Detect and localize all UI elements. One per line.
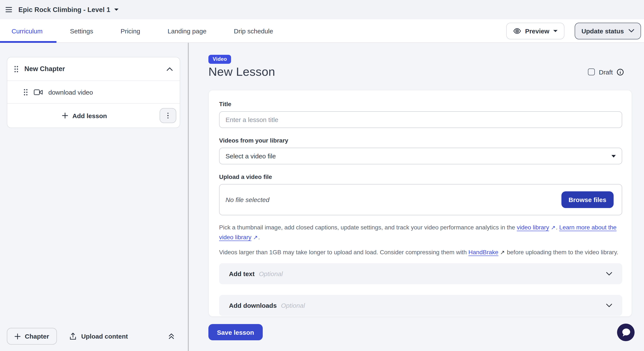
optional-label: Optional <box>259 270 283 278</box>
caret-down-icon <box>612 155 616 157</box>
chapter-menu-button[interactable] <box>160 108 176 123</box>
page-title: New Lesson <box>208 65 275 79</box>
add-lesson-row: Add lesson <box>7 104 180 128</box>
preview-button[interactable]: Preview <box>506 22 564 39</box>
video-camera-icon <box>34 89 43 95</box>
upload-field-label: Upload a video file <box>219 173 622 181</box>
plus-icon <box>62 112 68 118</box>
add-chapter-label: Chapter <box>25 332 49 340</box>
upload-content-button[interactable]: Upload content <box>69 332 128 340</box>
chapter-header[interactable]: New Chapter <box>7 57 180 80</box>
tab-landing-page[interactable]: Landing page <box>154 19 220 42</box>
chat-widget-button[interactable] <box>617 324 634 341</box>
handbrake-link[interactable]: HandBrake <box>468 249 498 256</box>
sidebar-footer: Chapter Upload content <box>0 322 188 351</box>
compression-help-text: Videos larger than 1GB may take longer t… <box>219 248 622 257</box>
video-library-select[interactable]: Select a video file <box>219 148 622 164</box>
caret-down-icon <box>114 8 118 11</box>
tab-curriculum[interactable]: Curriculum <box>0 19 56 42</box>
eye-icon <box>513 27 521 35</box>
lesson-title-input[interactable] <box>219 111 622 128</box>
chevron-down-icon <box>606 304 612 307</box>
video-library-select-value: Select a video file <box>226 152 276 160</box>
add-downloads-section[interactable]: Add downloads Optional <box>219 295 622 316</box>
info-icon[interactable] <box>616 68 624 76</box>
file-upload-dropzone[interactable]: No file selected Browse files <box>219 184 622 215</box>
chevron-down-icon <box>606 272 612 276</box>
browse-files-button[interactable]: Browse files <box>561 191 614 208</box>
upload-icon <box>69 332 76 340</box>
add-chapter-button[interactable]: Chapter <box>7 328 57 344</box>
tabbar: Curriculum Settings Pricing Landing page… <box>0 19 644 43</box>
optional-label: Optional <box>281 302 305 309</box>
tab-pricing[interactable]: Pricing <box>107 19 154 42</box>
video-library-link[interactable]: video library <box>517 224 549 231</box>
lesson-title-row: New Lesson Draft <box>208 65 632 79</box>
tab-settings[interactable]: Settings <box>56 19 107 42</box>
title-field-label: Title <box>219 100 622 108</box>
hamburger-menu-icon[interactable] <box>6 7 12 12</box>
lesson-editor: Video New Lesson Draft Title <box>189 43 644 351</box>
tab-drip-schedule[interactable]: Drip schedule <box>220 19 287 42</box>
lesson-form-card: Title Videos from your library Select a … <box>208 90 632 317</box>
collapse-all-button[interactable] <box>168 332 175 340</box>
draft-label: Draft <box>599 68 613 76</box>
draft-toggle-row: Draft <box>588 68 624 76</box>
chapter-title: New Chapter <box>24 65 65 73</box>
topbar: Epic Rock Climbing - Level 1 <box>0 0 644 19</box>
content-area: New Chapter dow <box>0 43 644 351</box>
drag-handle-icon[interactable] <box>24 88 28 96</box>
caret-down-icon <box>553 30 558 32</box>
lesson-row[interactable]: download video <box>7 81 180 103</box>
external-link-icon: ↗ <box>253 233 258 242</box>
course-title: Epic Rock Climbing - Level 1 <box>18 6 110 14</box>
external-link-icon: ↗ <box>551 223 556 232</box>
lesson-title: download video <box>48 88 93 96</box>
curriculum-sidebar: New Chapter dow <box>0 43 189 351</box>
add-text-section[interactable]: Add text Optional <box>219 263 622 284</box>
video-library-help-text: Pick a thumbnail image, add closed capti… <box>219 222 622 242</box>
tab-list: Curriculum Settings Pricing Landing page… <box>0 19 287 42</box>
preview-button-label: Preview <box>525 27 549 34</box>
draft-checkbox[interactable] <box>588 68 595 75</box>
kebab-icon <box>167 112 168 118</box>
upload-content-label: Upload content <box>81 332 128 340</box>
chapter-card: New Chapter dow <box>7 57 180 128</box>
double-chevron-up-icon <box>168 332 175 340</box>
add-lesson-button[interactable]: Add lesson <box>62 112 125 119</box>
add-text-label: Add text <box>229 270 254 278</box>
drag-handle-icon[interactable] <box>14 65 18 72</box>
tabbar-actions: Preview Update status <box>506 19 644 42</box>
external-link-icon: ↗ <box>500 248 505 257</box>
lesson-type-badge: Video <box>208 55 231 64</box>
chevron-down-icon <box>628 29 634 32</box>
update-status-button[interactable]: Update status <box>575 22 641 39</box>
chat-bubble-icon <box>617 324 634 341</box>
update-status-label: Update status <box>582 27 624 34</box>
add-lesson-label: Add lesson <box>72 112 107 119</box>
plus-icon <box>14 333 20 339</box>
app-window: Epic Rock Climbing - Level 1 Curriculum … <box>0 0 644 351</box>
add-downloads-label: Add downloads <box>229 302 277 309</box>
course-switcher[interactable]: Epic Rock Climbing - Level 1 <box>18 6 118 14</box>
no-file-text: No file selected <box>226 196 269 203</box>
library-field-label: Videos from your library <box>219 137 622 144</box>
save-lesson-button[interactable]: Save lesson <box>208 324 262 340</box>
chevron-up-icon[interactable] <box>166 67 173 71</box>
